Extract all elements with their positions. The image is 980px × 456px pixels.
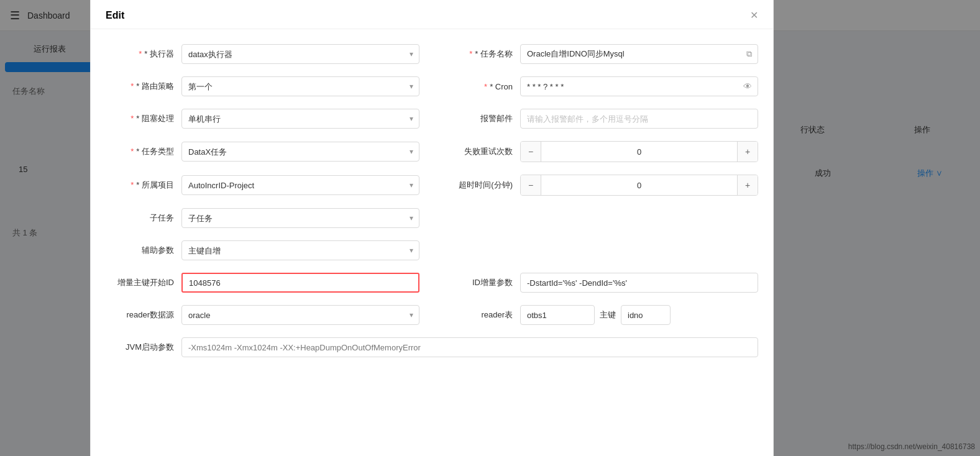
timeout-stepper: − + <box>520 175 758 196</box>
executor-select[interactable]: datax执行器 <box>181 44 419 64</box>
project-select[interactable]: AutoIncrID-Project <box>181 175 419 195</box>
alarm-email-control <box>520 109 758 129</box>
timeout-decrement[interactable]: − <box>521 175 541 195</box>
reader-table-control: 主键 <box>520 305 758 325</box>
alarm-email-label: 报警邮件 <box>444 113 513 124</box>
timeout-label: 超时时间(分钟) <box>444 180 513 191</box>
incr-id-input[interactable] <box>181 273 419 293</box>
task-name-wrapper: ⧉ <box>520 44 758 64</box>
reader-source-label: reader数据源 <box>106 309 174 321</box>
cron-input-wrapper: 👁 <box>520 76 758 96</box>
id-incr-param-input[interactable] <box>520 273 758 293</box>
jvm-input[interactable] <box>181 337 758 357</box>
form-item-timeout: 超时时间(分钟) − + <box>444 175 758 196</box>
reader-table-label: reader表 <box>444 309 513 321</box>
cron-control: 👁 <box>520 76 758 96</box>
timeout-input[interactable] <box>541 175 738 195</box>
form-item-fail-retry: 失败重试次数 − + <box>444 141 758 162</box>
timeout-control: − + <box>520 175 758 196</box>
modal-body: ** 执行器 datax执行器 ** 任务名称 <box>91 29 773 456</box>
modal-close-button[interactable]: ✕ <box>750 11 758 21</box>
id-incr-param-label: ID增量参数 <box>444 277 513 288</box>
form-item-subtask: 子任务 子任务 <box>106 208 419 228</box>
jvm-label: JVM启动参数 <box>106 342 174 353</box>
route-label: ** 路由策略 <box>106 81 174 92</box>
task-type-select[interactable]: DataX任务 <box>181 142 419 162</box>
timeout-increment[interactable]: + <box>738 175 758 195</box>
eye-icon[interactable]: 👁 <box>743 81 752 91</box>
form-item-jvm: JVM启动参数 <box>106 337 758 357</box>
aux-param-select[interactable]: 主键自增 <box>181 240 419 260</box>
reader-source-control: oracle <box>181 305 419 325</box>
form-item-block: ** 阻塞处理 单机串行 <box>106 109 419 129</box>
form-item-project: ** 所属项目 AutoIncrID-Project <box>106 175 419 196</box>
reader-pk-input[interactable] <box>621 305 671 325</box>
form-item-cron: ** Cron 👁 <box>444 76 758 96</box>
empty-spacer-2 <box>444 240 758 260</box>
project-label: ** 所属项目 <box>106 180 174 191</box>
modal-title: Edit <box>106 10 124 21</box>
route-control: 第一个 <box>181 76 419 96</box>
form-item-reader-table: reader表 主键 <box>444 305 758 325</box>
form-item-incr-id: 增量主键开始ID <box>106 273 419 293</box>
project-control: AutoIncrID-Project <box>181 175 419 195</box>
task-name-input[interactable] <box>520 44 758 64</box>
reader-source-select-wrapper: oracle <box>181 305 419 325</box>
form-item-executor: ** 执行器 datax执行器 <box>106 44 419 64</box>
edit-modal: Edit ✕ ** 执行器 datax执行器 <box>90 0 774 456</box>
form-item-task-name: ** 任务名称 ⧉ <box>444 44 758 64</box>
executor-select-wrapper: datax执行器 <box>181 44 419 64</box>
reader-source-select[interactable]: oracle <box>181 305 419 325</box>
fail-retry-stepper: − + <box>520 141 758 162</box>
alarm-email-input[interactable] <box>520 109 758 129</box>
incr-id-label: 增量主键开始ID <box>106 277 174 288</box>
task-name-label: ** 任务名称 <box>444 48 513 60</box>
route-select-wrapper: 第一个 <box>181 76 419 96</box>
modal-header: Edit ✕ <box>91 0 773 29</box>
task-name-control: ⧉ <box>520 44 758 64</box>
form-item-reader-source: reader数据源 oracle <box>106 305 419 325</box>
fail-retry-input[interactable] <box>541 142 738 162</box>
id-incr-param-control <box>520 273 758 293</box>
fail-retry-label: 失败重试次数 <box>444 146 513 157</box>
reader-pk-label: 主键 <box>600 309 616 321</box>
form-item-route: ** 路由策略 第一个 <box>106 76 419 96</box>
jvm-control <box>181 337 758 357</box>
subtask-select[interactable]: 子任务 <box>181 208 419 228</box>
page-background: ☰ Dashboard 运行报表 任务名称 行状态 操作 15 成功 操作 ∨ … <box>0 0 980 456</box>
form-item-id-incr-param: ID增量参数 <box>444 273 758 293</box>
form-grid: ** 执行器 datax执行器 ** 任务名称 <box>106 44 758 357</box>
fail-retry-decrement[interactable]: − <box>521 142 541 162</box>
copy-icon[interactable]: ⧉ <box>746 49 752 59</box>
executor-label: ** 执行器 <box>106 48 174 60</box>
aux-param-select-wrapper: 主键自增 <box>181 240 419 260</box>
aux-param-label: 辅助参数 <box>106 245 174 256</box>
subtask-label: 子任务 <box>106 212 174 224</box>
task-type-control: DataX任务 <box>181 142 419 162</box>
fail-retry-control: − + <box>520 141 758 162</box>
incr-id-control <box>181 273 419 293</box>
form-item-task-type: ** 任务类型 DataX任务 <box>106 141 419 162</box>
task-type-select-wrapper: DataX任务 <box>181 142 419 162</box>
subtask-select-wrapper: 子任务 <box>181 208 419 228</box>
project-select-wrapper: AutoIncrID-Project <box>181 175 419 195</box>
fail-retry-increment[interactable]: + <box>738 142 758 162</box>
route-select[interactable]: 第一个 <box>181 76 419 96</box>
form-item-alarm-email: 报警邮件 <box>444 109 758 129</box>
reader-table-input[interactable] <box>520 305 595 325</box>
reader-table-row: 主键 <box>520 305 758 325</box>
empty-spacer-1 <box>444 208 758 228</box>
cron-input[interactable] <box>520 76 758 96</box>
block-select-wrapper: 单机串行 <box>181 109 419 129</box>
subtask-control: 子任务 <box>181 208 419 228</box>
block-select[interactable]: 单机串行 <box>181 109 419 129</box>
executor-control: datax执行器 <box>181 44 419 64</box>
block-label: ** 阻塞处理 <box>106 113 174 124</box>
task-type-label: ** 任务类型 <box>106 146 174 157</box>
aux-param-control: 主键自增 <box>181 240 419 260</box>
cron-label: ** Cron <box>444 82 513 91</box>
form-item-aux-param: 辅助参数 主键自增 <box>106 240 419 260</box>
block-control: 单机串行 <box>181 109 419 129</box>
